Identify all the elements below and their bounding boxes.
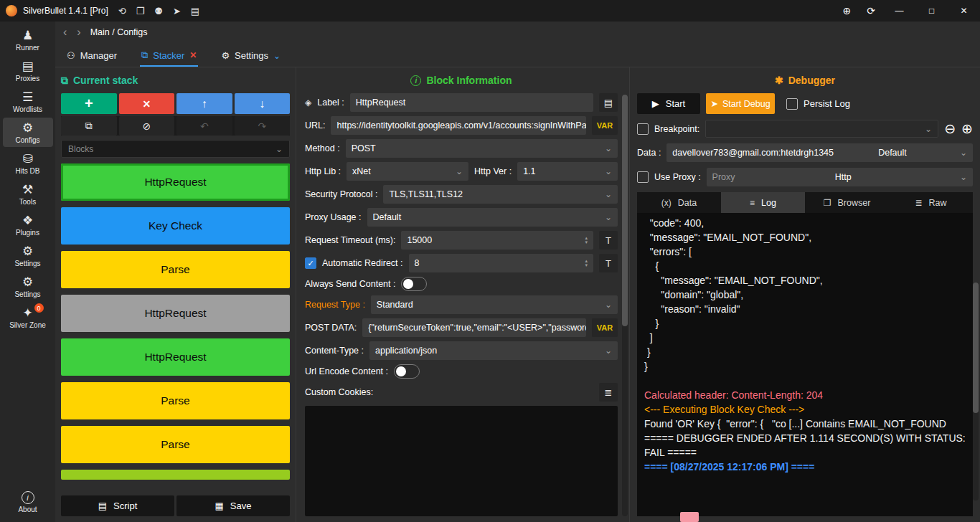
start-debug-button[interactable]: ➤ Start Debug [706,93,775,114]
sidebar-item-wordlists[interactable]: ☰ Wordlists [3,87,53,116]
request-timeout-type-button[interactable]: T [599,231,618,250]
automatic-redirect-checkbox[interactable]: ✓ [305,257,316,269]
telegram-icon[interactable]: ➤ [173,6,181,16]
number-spinner[interactable]: ▴ ▾ [580,236,588,245]
sidebar-item-hits-db[interactable]: ⛁ Hits DB [3,148,53,178]
blocks-dropdown[interactable]: Blocks ⌄ [61,140,290,158]
debug-log[interactable]: "code": 400, "message": "EMAIL_NOT_FOUND… [637,213,973,516]
notes-icon[interactable]: ▤ [191,6,199,16]
http-lib-select[interactable]: xNet ⌄ [347,162,468,181]
remove-breakpoint-button[interactable]: ⊖ [944,122,956,136]
http-ver-select[interactable]: 1.1 ⌄ [517,162,618,181]
automatic-redirect-type-button[interactable]: T [599,254,618,272]
sidebar-item-silver-zone[interactable]: 0 ✦ Silver Zone [3,303,53,332]
chevron-down-icon[interactable]: ⌄ [273,51,281,61]
log-scrollbar[interactable] [973,283,979,500]
stack-block[interactable]: Parse [61,382,290,419]
tab-settings[interactable]: ⚙ Settings ⌄ [220,46,282,67]
sidebar-item-settings-core[interactable]: ⚙ Settings [3,272,53,301]
request-type-select[interactable]: Standard ⌄ [371,295,618,314]
stack-block[interactable]: Parse [61,426,290,463]
custom-cookies-list-button[interactable]: ≣ [599,383,618,402]
script-button[interactable]: ▤ Script [61,495,174,516]
sidebar-item-settings[interactable]: ⚙ Settings [3,241,53,270]
chevron-down-icon: ⌄ [600,346,612,356]
stack-block[interactable]: HttpRequest [61,338,290,376]
proxy-usage-select[interactable]: Default ⌄ [367,208,618,227]
start-button[interactable]: ▶ Start [637,93,700,114]
post-data-var-button[interactable]: VAR [592,318,618,337]
network-icon[interactable]: ⊕ [835,5,859,16]
proxy-input[interactable]: Proxy Http ⌄ [707,168,973,186]
url-input[interactable]: https://identitytoolkit.googleapis.com/v… [331,116,586,135]
content-type-select[interactable]: application/json ⌄ [369,341,618,360]
sidebar-item-plugins[interactable]: ❖ Plugins [3,210,53,239]
move-up-button[interactable]: ↑ [176,93,232,114]
data-input[interactable]: davellover783@gmail.com:htetdrgh1345 Def… [666,143,973,162]
discord-icon[interactable]: ⚉ [154,6,163,16]
move-down-button[interactable]: ↓ [235,93,291,114]
toggle-knob [403,279,413,289]
url-var-button[interactable]: VAR [592,116,618,135]
disable-block-button[interactable]: ⊘ [119,116,175,136]
security-protocol-select[interactable]: TLS,TLS11,TLS12 ⌄ [383,185,618,204]
method-select[interactable]: POST ⌄ [346,139,618,158]
stack-block[interactable]: HttpRequest [61,295,290,332]
sidebar-item-about[interactable]: i About [3,488,53,516]
block-info-scrollbar[interactable] [622,95,628,516]
maximize-button[interactable]: □ [915,0,948,22]
custom-cookies-textarea[interactable] [305,406,618,516]
number-spinner[interactable]: ▴ ▾ [580,259,588,267]
tab-close-icon[interactable]: ✕ [189,50,197,60]
back-icon[interactable]: ‹ [58,26,72,39]
debug-tab-raw[interactable]: ≣ Raw [889,192,973,213]
request-timeout-input[interactable]: 15000 ▴ ▾ [401,231,593,250]
tab-stacker[interactable]: ⧉ Stacker ✕ [140,45,198,67]
label-notes-button[interactable]: ▤ [599,93,618,112]
sidebar-item-runner[interactable]: ♟ Runner [3,25,53,54]
debug-tab-log[interactable]: ≡ Log [721,192,805,213]
forward-icon[interactable]: › [72,26,85,39]
label-input[interactable]: HttpRequest [350,93,593,112]
data-wordlist-type[interactable]: Default [878,148,911,158]
sidebar-item-proxies[interactable]: ▤ Proxies [3,56,53,85]
app-window: SilverBullet 1.4.1 [Pro] ⟲ ❐ ⚉ ➤ ▤ ⊕ ⟳ —… [0,0,980,522]
debug-tab-browser[interactable]: ❐ Browser [805,192,889,213]
sidebar-item-label: Configs [16,136,40,144]
sync-icon[interactable]: ⟳ [859,5,883,16]
capture-icon[interactable]: ❐ [136,6,145,16]
stack-block[interactable]: Parse [61,251,290,288]
http-ver-label: Http Ver : [474,166,512,176]
persist-log-checkbox[interactable] [786,98,798,110]
tab-manager[interactable]: ⚇ Manager [65,46,118,67]
breadcrumb: ‹ › Main / Configs [55,22,980,43]
stack-block[interactable] [61,470,290,480]
breakpoint-select[interactable]: ⌄ [705,120,938,138]
save-button[interactable]: ▦ Save [176,495,290,516]
proxy-type[interactable]: Http [835,172,856,182]
clone-block-button[interactable]: ⧉ [61,116,117,136]
minimize-button[interactable]: — [883,0,915,22]
scrollbar-thumb[interactable] [973,283,979,413]
remove-block-button[interactable]: ✕ [119,93,175,114]
close-button[interactable]: ✕ [948,0,980,22]
breakpoint-checkbox[interactable] [637,123,649,135]
use-proxy-checkbox[interactable] [637,171,649,183]
always-send-content-toggle[interactable] [401,277,427,291]
sidebar-item-tools[interactable]: ⚒ Tools [3,179,53,209]
stack-block[interactable]: HttpRequest [61,163,290,201]
url-encode-toggle[interactable] [394,364,420,379]
sidebar-item-configs[interactable]: ⚙ Configs [3,118,53,147]
url-value: https://identitytoolkit.googleapis.com/v… [336,120,586,130]
add-breakpoint-button[interactable]: ⊕ [961,122,973,136]
stack-block[interactable]: Key Check [61,207,290,245]
history-icon[interactable]: ⟲ [118,6,126,16]
browser-tab-icon: ❐ [824,198,831,208]
undo-button[interactable]: ↶ [176,116,232,136]
add-block-button[interactable]: + [61,93,117,114]
debug-tab-data[interactable]: (x) Data [637,192,721,213]
redo-button[interactable]: ↷ [235,116,291,136]
automatic-redirect-input[interactable]: 8 ▴ ▾ [409,254,593,272]
post-data-input[interactable]: {"returnSecureToken":true,"email":"<USER… [362,318,586,337]
scrollbar-thumb[interactable] [622,95,628,326]
